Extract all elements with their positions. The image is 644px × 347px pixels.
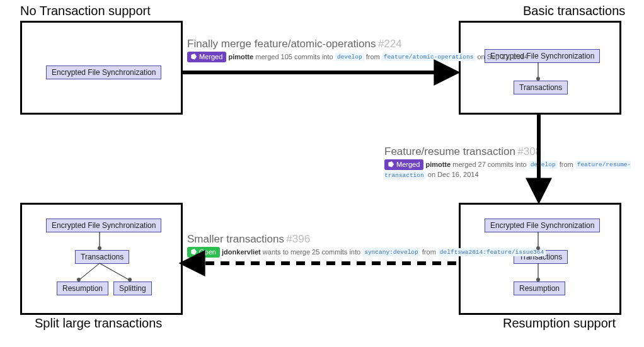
pr-396-action: wants to merge 25 commits into [263,247,360,255]
pr-224-user: pimotte [228,52,253,60]
node-efs-c: Encrypted File Synchronization [485,219,600,232]
node-trans-b: Transactions [514,81,568,94]
node-trans-d: Transactions [75,250,129,264]
pr-224: Finally merge feature/atomic-operations … [187,37,528,62]
stage-b-box: Encrypted File Synchronization Transacti… [459,21,621,115]
pr-224-status-text: Merged [199,53,222,60]
pr-396: Smaller transactions #396 ⭓ Open jdonker… [187,232,546,258]
stage-d-box: Encrypted File Synchronization Transacti… [20,203,183,315]
stage-b-title: Basic transactions [523,4,625,18]
pr-396-base-branch: syncany:develop [362,248,420,256]
stage-a-box: Encrypted File Synchronization [20,21,183,115]
pr-396-user: jdonkervliet [222,247,261,255]
stage-d-title: Split large transactions [35,316,162,331]
pr-396-title: Smaller transactions [187,233,284,245]
node-split-d: Splitting [113,282,152,295]
pr-224-head-branch: feature/atomic-operations [382,53,476,61]
pr-308-date: on Dec 16, 2014 [428,171,479,178]
pr-396-status-text: Open [199,248,216,256]
stage-c-box: Encrypted File Synchronization Transacti… [459,203,621,315]
pr-308-title: Feature/resume transaction [384,145,515,157]
pr-396-from: from [422,247,436,255]
pr-308-status-badge: ⭓ Merged [384,159,423,170]
pr-224-number: #224 [378,38,402,50]
pr-308-base-branch: develop [529,161,558,169]
node-efs-d: Encrypted File Synchronization [46,219,161,232]
pr-224-date: on Sep 11, 2014 [477,52,528,60]
pr-224-base-branch: develop [335,53,364,61]
stage-a-title: No Transaction support [20,4,151,18]
pr-224-from: from [366,52,380,60]
pr-396-head-branch: delftswa2014:feature/issue364 [438,248,546,256]
pr-308-status-text: Merged [396,161,420,168]
pr-308-action: merged 27 commits into [452,160,526,168]
node-resume-c: Resumption [514,282,565,295]
pr-308-number: #308 [517,145,541,157]
git-pr-icon: ⭓ [191,53,197,61]
pr-396-number: #396 [286,233,310,245]
stage-c-title: Resumption support [503,316,616,331]
git-pr-icon: ⭓ [191,248,197,256]
pr-396-status-badge: ⭓ Open [187,247,220,258]
node-efs-a: Encrypted File Synchronization [46,65,161,79]
pr-224-status-badge: ⭓ Merged [187,52,226,62]
pr-224-title: Finally merge feature/atomic-operations [187,38,376,50]
pr-308: Feature/resume transaction #308 ⭓ Merged… [384,144,644,180]
node-resume-d: Resumption [57,282,108,295]
git-pr-icon: ⭓ [388,161,394,169]
pr-308-from: from [560,160,573,168]
pr-224-action: merged 105 commits into [255,52,333,60]
pr-308-user: pimotte [425,160,451,168]
